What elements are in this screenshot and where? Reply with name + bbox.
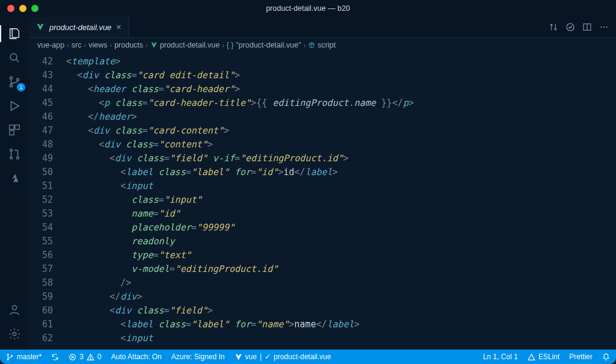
crumb-views: views: [88, 41, 107, 49]
tab-product-detail[interactable]: product-detail.vue ×: [29, 17, 129, 37]
svg-line-1: [16, 60, 19, 63]
bell-icon: [602, 353, 610, 361]
status-azure[interactable]: Azure: Signed In: [171, 353, 225, 361]
svg-point-8: [10, 149, 13, 152]
activity-search[interactable]: [0, 46, 29, 70]
activity-run-debug[interactable]: [0, 94, 29, 118]
minimize-window-button[interactable]: [19, 5, 26, 12]
svg-point-21: [11, 355, 13, 356]
vue-icon: [235, 353, 242, 361]
status-cursor[interactable]: Ln 1, Col 1: [483, 353, 518, 361]
svg-point-18: [606, 26, 608, 28]
editor-group: product-detail.vue × vue-app › src › vie…: [29, 17, 616, 350]
more-icon[interactable]: [599, 22, 609, 32]
play-icon: [8, 99, 21, 113]
svg-point-12: [13, 332, 16, 336]
status-branch[interactable]: master*: [6, 353, 42, 361]
error-icon: [69, 353, 76, 361]
svg-point-9: [10, 157, 13, 159]
split-editor-icon[interactable]: [582, 22, 592, 32]
warning-icon: [87, 353, 94, 361]
editor-toolbar: [549, 17, 616, 37]
svg-point-2: [10, 77, 12, 79]
activity-settings[interactable]: [0, 322, 29, 346]
close-window-button[interactable]: [7, 5, 14, 12]
crumb-symbol-root: { } "product-detail.vue": [227, 41, 301, 49]
titlebar: product-detail.vue — b20: [0, 0, 616, 17]
svg-point-26: [90, 359, 91, 359]
account-icon: [8, 303, 21, 316]
crumb-symbol-script: script: [308, 41, 336, 49]
svg-point-10: [17, 157, 19, 159]
svg-point-20: [7, 359, 8, 360]
extensions-icon: [8, 123, 21, 137]
code-source[interactable]: <template> <div class="card edit-detail"…: [61, 52, 616, 350]
line-number-gutter: 4243444546474849505152535455565758596061…: [29, 52, 61, 350]
diff-icon[interactable]: [549, 22, 558, 32]
window-title: product-detail.vue — b20: [0, 4, 616, 13]
svg-rect-7: [10, 131, 14, 135]
sync-icon: [51, 353, 59, 361]
git-pr-icon: [8, 147, 21, 161]
code-editor[interactable]: 4243444546474849505152535455565758596061…: [29, 52, 616, 350]
svg-point-11: [12, 306, 16, 310]
status-eslint[interactable]: ESLint: [528, 353, 559, 361]
vscode-window: product-detail.vue — b20 1: [0, 0, 616, 364]
svg-point-17: [603, 26, 605, 28]
activity-source-control[interactable]: 1: [0, 70, 29, 94]
activity-azure[interactable]: [0, 166, 29, 190]
warning-icon: [528, 353, 535, 361]
maximize-window-button[interactable]: [31, 5, 38, 12]
activity-bar: 1: [0, 17, 29, 350]
scm-badge: 1: [17, 83, 25, 91]
svg-point-3: [10, 84, 12, 87]
status-vue-ls[interactable]: vue | ✓ product-detail.vue: [235, 353, 331, 361]
crumb-file: product-detail.vue: [150, 41, 220, 49]
breadcrumbs[interactable]: vue-app › src › views › products › produ…: [29, 38, 616, 52]
gear-icon: [8, 327, 21, 341]
svg-point-4: [16, 78, 19, 81]
status-problems[interactable]: 3 0: [69, 353, 101, 361]
tab-close-icon[interactable]: ×: [116, 22, 121, 32]
activity-extensions[interactable]: [0, 118, 29, 142]
search-icon: [8, 51, 21, 64]
svg-point-0: [10, 54, 17, 60]
braces-icon: { }: [227, 41, 233, 49]
activity-accounts[interactable]: [0, 298, 29, 322]
files-icon: [8, 27, 21, 40]
svg-rect-6: [15, 125, 19, 129]
status-auto-attach[interactable]: Auto Attach: On: [111, 353, 162, 361]
status-sync[interactable]: [51, 353, 59, 361]
svg-point-16: [600, 26, 602, 28]
svg-rect-5: [10, 125, 14, 129]
vue-file-icon: [150, 42, 158, 49]
activity-git-graph[interactable]: [0, 142, 29, 166]
crumb-src: src: [72, 41, 82, 49]
main-area: 1: [0, 17, 616, 350]
activity-explorer[interactable]: [0, 22, 29, 46]
status-prettier[interactable]: Prettier: [569, 353, 593, 361]
azure-icon: [8, 171, 21, 185]
crumb-products: products: [114, 41, 143, 49]
run-ok-icon[interactable]: [565, 22, 575, 32]
cube-icon: [308, 42, 315, 49]
window-controls: [0, 5, 38, 12]
svg-point-13: [567, 23, 574, 31]
status-notifications[interactable]: [602, 353, 610, 361]
tabs-bar: product-detail.vue ×: [29, 17, 616, 38]
status-bar: master* 3 0 Auto Attach: On Azure: Signe…: [0, 350, 616, 364]
vue-file-icon: [36, 23, 45, 31]
branch-icon: [6, 353, 14, 361]
tab-label: product-detail.vue: [49, 23, 111, 32]
svg-point-19: [7, 354, 8, 355]
crumb-vue-app: vue-app: [37, 41, 64, 49]
